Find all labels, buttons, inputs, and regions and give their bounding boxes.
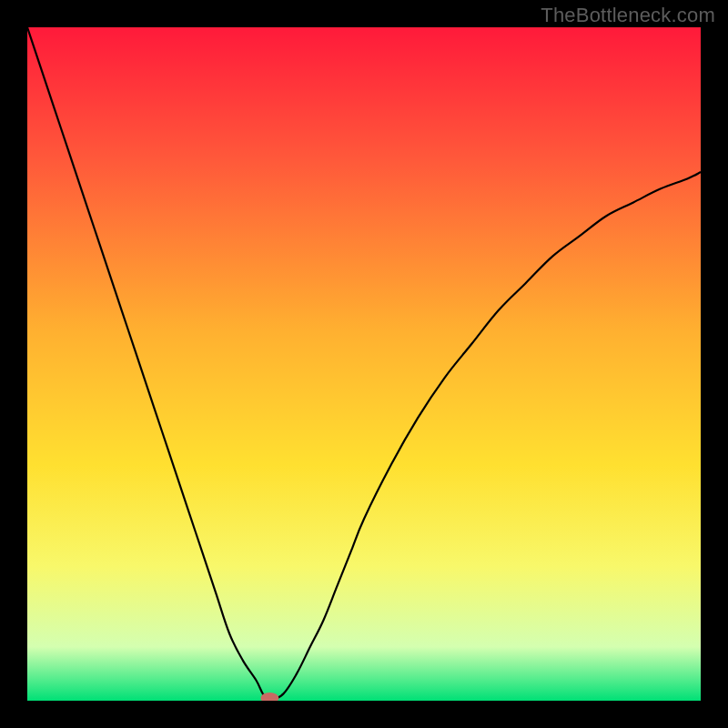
chart-outer: TheBottleneck.com [0,0,728,728]
plot-area [27,27,701,701]
background-gradient [27,27,701,701]
watermark-text: TheBottleneck.com [541,4,715,27]
chart-svg [27,27,701,701]
